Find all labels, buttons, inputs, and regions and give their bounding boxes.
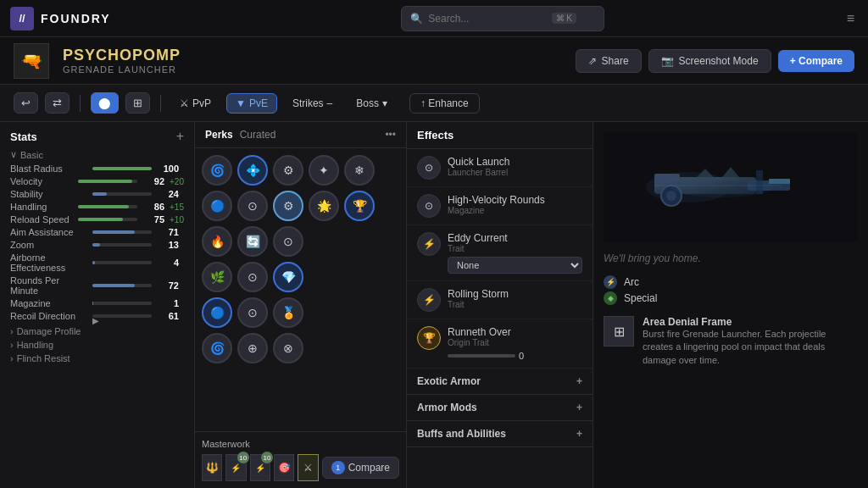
mw-icon-5[interactable]: ⚔ — [298, 454, 318, 481]
eddy-current-select[interactable]: None — [448, 257, 582, 274]
perk-icon-2-2[interactable]: ⊙ — [237, 191, 268, 221]
compare-button-float[interactable]: 1 Compare — [322, 457, 399, 479]
perk-icon-1-3[interactable]: ⚙ — [273, 155, 303, 186]
perk-icon-4-2[interactable]: ⊙ — [237, 262, 268, 292]
perks-tab[interactable]: Perks — [205, 129, 233, 141]
logo-area: // FOUNDRY — [10, 7, 163, 30]
item-type: GRENADE LAUNCHER — [63, 64, 562, 75]
armor-mods-plus-icon: + — [576, 402, 582, 413]
shuffle-button[interactable]: ⇄ — [45, 92, 70, 114]
item-name: PSYCHOPOMP — [63, 47, 562, 64]
effect-info-runneth: Runneth Over Origin Trait 0 — [448, 326, 582, 361]
perk-icon-3-2[interactable]: 🔄 — [237, 226, 268, 257]
runneth-slider[interactable] — [448, 354, 515, 358]
boss-button[interactable]: Boss ▾ — [348, 94, 396, 113]
stat-row-rpm: Rounds Per Minute 72 — [10, 275, 184, 296]
flinch-section[interactable]: ›Flinch Resist — [10, 353, 184, 363]
perk-row-6: 🌀 ⊕ ⊗ — [202, 333, 399, 363]
svg-rect-3 — [654, 174, 680, 182]
strikes-button[interactable]: Strikes – — [284, 94, 341, 113]
screenshot-button[interactable]: 📷 Screenshot Mode — [648, 49, 771, 73]
stat-row-magazine: Magazine 1 — [10, 298, 184, 308]
item-header: 🔫 PSYCHOPOMP GRENADE LAUNCHER ⇗ Share 📷 … — [0, 37, 868, 85]
stat-row-reload-speed: Reload Speed 75+10 — [10, 214, 184, 225]
mw-icon-1[interactable]: 🔱 — [202, 454, 222, 481]
more-options-button[interactable]: ••• — [385, 129, 396, 141]
enhance-button[interactable]: ↑ Enhance — [409, 93, 480, 114]
effect-icon-quick-launch: ⊙ — [417, 156, 441, 180]
camera-icon: 📷 — [661, 55, 674, 67]
effect-info-hv: High-Velocity Rounds Magazine — [448, 194, 582, 215]
perks-header: Perks Curated ••• — [195, 122, 406, 148]
frame-icon: ⊞ — [604, 316, 634, 347]
effects-panel: Effects ⊙ Quick Launch Launcher Barrel ⊙… — [407, 122, 593, 488]
perk-icon-5-3[interactable]: 🏅 — [273, 297, 303, 328]
buffs-collapsible[interactable]: Buffs and Abilities + — [407, 421, 593, 447]
armor-mods-collapsible[interactable]: Armor Mods + — [407, 395, 593, 421]
perk-icon-1-2[interactable]: 💠 — [237, 155, 268, 186]
pve-button[interactable]: ▼ PvE — [226, 93, 277, 114]
mw-icon-3[interactable]: ⚡ 10 — [250, 454, 270, 481]
pvp-icon: ⚔ — [180, 97, 189, 109]
arc-label: Arc — [624, 276, 639, 288]
perk-icon-1-5[interactable]: ❄ — [344, 155, 375, 186]
undo-button[interactable]: ↩ — [14, 92, 38, 114]
perk-icon-1-4[interactable]: ✦ — [309, 155, 339, 186]
perk-icon-6-1[interactable]: 🌀 — [202, 333, 232, 363]
svg-rect-11 — [769, 179, 790, 184]
perk-icon-5-1[interactable]: 🔵 — [202, 297, 232, 328]
exotic-armor-collapsible[interactable]: Exotic Armor + — [407, 369, 593, 395]
weapon-traits: ⚡ Arc ◆ Special — [604, 273, 858, 308]
pve-arrow-icon: ▼ — [236, 97, 246, 109]
menu-icon[interactable]: ≡ — [843, 8, 858, 30]
perk-icon-3-1[interactable]: 🔥 — [202, 226, 232, 257]
perk-icon-1-1[interactable]: 🌀 — [202, 155, 232, 186]
frame-desc: Burst fire Grenade Launcher. Each projec… — [643, 328, 858, 367]
damage-profile-section[interactable]: ›Damage Profile — [10, 326, 184, 336]
top-bar: // FOUNDRY 🔍 ⌘ K ≡ — [0, 0, 868, 37]
pvp-button[interactable]: ⚔ PvP — [171, 94, 220, 113]
effect-eddy-current: ⚡ Eddy Current Trait None — [407, 225, 593, 281]
perk-icon-5-2[interactable]: ⊙ — [237, 297, 268, 328]
perk-icon-2-1[interactable]: 🔵 — [202, 191, 232, 221]
perk-icon-6-2[interactable]: ⊕ — [237, 333, 268, 363]
toolbar: ↩ ⇄ ⬤ ⊞ ⚔ PvP ▼ PvE Strikes – Boss ▾ ↑ E… — [0, 85, 868, 122]
right-panel: We'll bring you home. ⚡ Arc ◆ Special ⊞ … — [593, 122, 868, 488]
share-icon: ⇗ — [588, 55, 597, 67]
add-stat-button[interactable]: + — [176, 129, 184, 144]
perk-row-1: 🌀 💠 ⚙ ✦ ❄ — [202, 155, 399, 186]
search-bar: 🔍 ⌘ K — [163, 6, 843, 31]
search-input[interactable] — [428, 13, 547, 25]
share-button[interactable]: ⇗ Share — [576, 49, 642, 73]
weapon-image — [637, 153, 824, 221]
handling-section[interactable]: ›Handling — [10, 340, 184, 350]
view-grid-button[interactable]: ⊞ — [125, 92, 150, 114]
curated-tab[interactable]: Curated — [240, 129, 276, 141]
perk-icon-2-5[interactable]: 🏆 — [344, 191, 375, 221]
compare-button[interactable]: + Compare — [778, 50, 854, 72]
masterwork-title: Masterwork — [202, 439, 399, 449]
view-dot-button[interactable]: ⬤ — [91, 92, 119, 114]
trait-special: ◆ Special — [604, 291, 858, 305]
perk-icon-4-1[interactable]: 🌿 — [202, 262, 232, 292]
frame-info: Area Denial Frame Burst fire Grenade Lau… — [643, 316, 858, 367]
perk-icon-3-3[interactable]: ⊙ — [273, 226, 303, 257]
perk-icon-2-4[interactable]: 🌟 — [309, 191, 339, 221]
exotic-armor-plus-icon: + — [576, 375, 582, 387]
frame-name: Area Denial Frame — [643, 316, 858, 328]
mw-icon-4[interactable]: 🎯 — [274, 454, 294, 481]
mw-icon-2[interactable]: ⚡ 10 — [225, 454, 246, 481]
weapon-tagline: We'll bring you home. — [604, 252, 701, 264]
perk-icon-4-3[interactable]: 💎 — [273, 262, 303, 292]
search-input-wrap[interactable]: 🔍 ⌘ K — [401, 6, 604, 31]
toolbar-divider-2 — [160, 95, 161, 112]
svg-point-7 — [671, 177, 773, 197]
masterwork-row: 🔱 ⚡ 10 ⚡ 10 🎯 ⚔ 1 Compare — [202, 454, 399, 481]
svg-marker-10 — [722, 167, 739, 177]
buffs-plus-icon: + — [576, 428, 582, 440]
perk-icon-2-3[interactable]: ⚙ — [273, 191, 303, 221]
stat-row-recoil: Recoil Direction ▶ 61 — [10, 311, 184, 321]
effect-high-velocity: ⊙ High-Velocity Rounds Magazine — [407, 187, 593, 225]
effects-header: Effects — [407, 122, 593, 149]
perk-icon-6-3[interactable]: ⊗ — [273, 333, 303, 363]
